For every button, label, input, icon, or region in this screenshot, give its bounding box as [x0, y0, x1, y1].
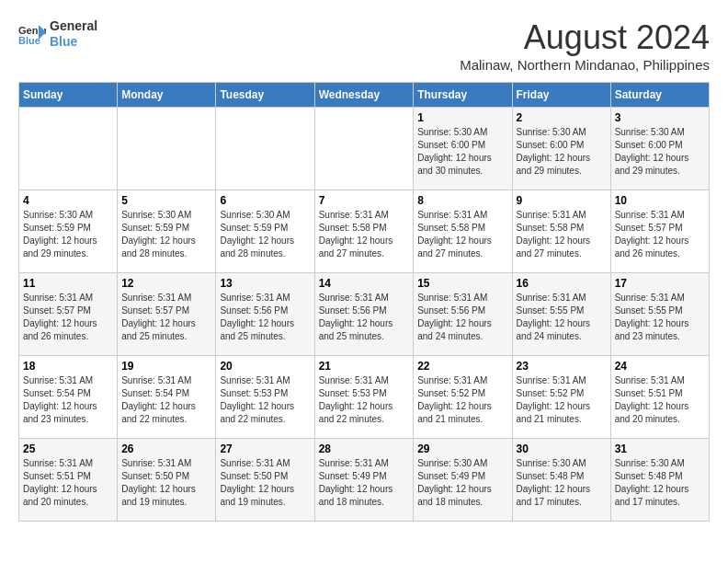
day-info: Sunrise: 5:31 AMSunset: 5:56 PMDaylight:…	[319, 292, 410, 343]
day-info: Sunrise: 5:31 AMSunset: 5:50 PMDaylight:…	[220, 457, 310, 509]
day-number: 10	[615, 194, 705, 207]
day-number: 30	[517, 442, 607, 455]
day-info: Sunrise: 5:30 AMSunset: 6:00 PMDaylight:…	[417, 126, 507, 178]
title-block: August 2024 Malinaw, Northern Mindanao, …	[460, 18, 710, 73]
day-cell: 30Sunrise: 5:30 AMSunset: 5:48 PMDayligh…	[512, 439, 610, 522]
day-number: 5	[121, 194, 211, 207]
day-info: Sunrise: 5:30 AMSunset: 5:48 PMDaylight:…	[615, 457, 705, 509]
day-info: Sunrise: 5:31 AMSunset: 5:51 PMDaylight:…	[615, 374, 705, 426]
calendar-table: SundayMondayTuesdayWednesdayThursdayFrid…	[18, 82, 710, 522]
day-info: Sunrise: 5:31 AMSunset: 5:57 PMDaylight:…	[23, 292, 113, 343]
day-info: Sunrise: 5:31 AMSunset: 5:54 PMDaylight:…	[121, 374, 211, 426]
day-number: 26	[121, 442, 211, 455]
day-cell: 7Sunrise: 5:31 AMSunset: 5:58 PMDaylight…	[314, 190, 414, 273]
day-number: 4	[23, 194, 113, 207]
day-cell: 17Sunrise: 5:31 AMSunset: 5:55 PMDayligh…	[610, 273, 709, 356]
day-cell: 15Sunrise: 5:31 AMSunset: 5:56 PMDayligh…	[414, 273, 512, 356]
day-number: 9	[517, 194, 607, 207]
day-cell: 31Sunrise: 5:30 AMSunset: 5:48 PMDayligh…	[610, 439, 709, 522]
header-cell-wednesday: Wednesday	[314, 83, 414, 108]
svg-text:Blue: Blue	[18, 35, 40, 45]
day-cell: 5Sunrise: 5:30 AMSunset: 5:59 PMDaylight…	[118, 190, 216, 273]
day-number: 13	[220, 277, 310, 290]
day-cell: 23Sunrise: 5:31 AMSunset: 5:52 PMDayligh…	[512, 356, 610, 439]
day-number: 8	[417, 194, 507, 207]
day-cell: 6Sunrise: 5:30 AMSunset: 5:59 PMDaylight…	[216, 190, 314, 273]
day-info: Sunrise: 5:31 AMSunset: 5:56 PMDaylight:…	[220, 292, 310, 343]
day-number: 7	[319, 194, 410, 207]
day-number: 15	[417, 277, 507, 290]
header-cell-thursday: Thursday	[414, 83, 512, 108]
header-cell-saturday: Saturday	[610, 83, 709, 108]
day-number: 25	[23, 442, 113, 455]
day-number: 24	[615, 360, 705, 373]
day-cell: 11Sunrise: 5:31 AMSunset: 5:57 PMDayligh…	[19, 273, 118, 356]
day-number: 23	[517, 360, 607, 373]
day-number: 28	[319, 442, 410, 455]
day-info: Sunrise: 5:31 AMSunset: 5:55 PMDaylight:…	[615, 292, 705, 343]
logo-line1: General	[50, 18, 97, 34]
header-cell-sunday: Sunday	[19, 83, 118, 108]
logo-icon: General Blue	[18, 23, 46, 45]
day-cell: 10Sunrise: 5:31 AMSunset: 5:57 PMDayligh…	[610, 190, 709, 273]
week-row-5: 25Sunrise: 5:31 AMSunset: 5:51 PMDayligh…	[19, 439, 710, 522]
day-number: 12	[121, 277, 211, 290]
day-info: Sunrise: 5:31 AMSunset: 5:57 PMDaylight:…	[121, 292, 211, 343]
week-row-3: 11Sunrise: 5:31 AMSunset: 5:57 PMDayligh…	[19, 273, 710, 356]
day-info: Sunrise: 5:30 AMSunset: 5:59 PMDaylight:…	[23, 209, 113, 260]
day-cell: 26Sunrise: 5:31 AMSunset: 5:50 PMDayligh…	[118, 439, 216, 522]
day-number: 18	[23, 360, 113, 373]
day-info: Sunrise: 5:31 AMSunset: 5:58 PMDaylight:…	[517, 209, 607, 260]
day-info: Sunrise: 5:30 AMSunset: 5:49 PMDaylight:…	[417, 457, 507, 509]
day-cell: 19Sunrise: 5:31 AMSunset: 5:54 PMDayligh…	[118, 356, 216, 439]
day-cell: 21Sunrise: 5:31 AMSunset: 5:53 PMDayligh…	[314, 356, 414, 439]
day-info: Sunrise: 5:30 AMSunset: 6:00 PMDaylight:…	[615, 126, 705, 178]
day-cell: 28Sunrise: 5:31 AMSunset: 5:49 PMDayligh…	[314, 439, 414, 522]
day-cell: 25Sunrise: 5:31 AMSunset: 5:51 PMDayligh…	[19, 439, 118, 522]
day-info: Sunrise: 5:31 AMSunset: 5:49 PMDaylight:…	[319, 457, 410, 509]
day-cell: 16Sunrise: 5:31 AMSunset: 5:55 PMDayligh…	[512, 273, 610, 356]
header-cell-friday: Friday	[512, 83, 610, 108]
location: Malinaw, Northern Mindanao, Philippines	[460, 57, 710, 73]
day-info: Sunrise: 5:31 AMSunset: 5:54 PMDaylight:…	[23, 374, 113, 426]
header-cell-monday: Monday	[118, 83, 216, 108]
day-cell: 9Sunrise: 5:31 AMSunset: 5:58 PMDaylight…	[512, 190, 610, 273]
day-number: 19	[121, 360, 211, 373]
day-number: 20	[220, 360, 310, 373]
day-cell	[118, 108, 216, 190]
day-info: Sunrise: 5:30 AMSunset: 5:48 PMDaylight:…	[517, 457, 607, 509]
day-number: 21	[319, 360, 410, 373]
day-info: Sunrise: 5:31 AMSunset: 5:52 PMDaylight:…	[517, 374, 607, 426]
week-row-1: 1Sunrise: 5:30 AMSunset: 6:00 PMDaylight…	[19, 108, 710, 190]
day-info: Sunrise: 5:31 AMSunset: 5:50 PMDaylight:…	[121, 457, 211, 509]
day-cell: 22Sunrise: 5:31 AMSunset: 5:52 PMDayligh…	[414, 356, 512, 439]
day-number: 1	[417, 111, 507, 124]
day-number: 16	[517, 277, 607, 290]
day-info: Sunrise: 5:31 AMSunset: 5:51 PMDaylight:…	[23, 457, 113, 509]
day-cell: 8Sunrise: 5:31 AMSunset: 5:58 PMDaylight…	[414, 190, 512, 273]
day-cell: 18Sunrise: 5:31 AMSunset: 5:54 PMDayligh…	[19, 356, 118, 439]
day-number: 31	[615, 442, 705, 455]
day-info: Sunrise: 5:31 AMSunset: 5:58 PMDaylight:…	[417, 209, 507, 260]
day-number: 27	[220, 442, 310, 455]
day-cell: 29Sunrise: 5:30 AMSunset: 5:49 PMDayligh…	[414, 439, 512, 522]
day-cell: 14Sunrise: 5:31 AMSunset: 5:56 PMDayligh…	[314, 273, 414, 356]
day-cell: 27Sunrise: 5:31 AMSunset: 5:50 PMDayligh…	[216, 439, 314, 522]
month-year: August 2024	[460, 18, 710, 57]
day-cell: 13Sunrise: 5:31 AMSunset: 5:56 PMDayligh…	[216, 273, 314, 356]
day-info: Sunrise: 5:30 AMSunset: 5:59 PMDaylight:…	[220, 209, 310, 260]
day-cell: 2Sunrise: 5:30 AMSunset: 6:00 PMDaylight…	[512, 108, 610, 190]
logo-line2: Blue	[50, 34, 97, 50]
day-info: Sunrise: 5:31 AMSunset: 5:53 PMDaylight:…	[319, 374, 410, 426]
day-cell: 24Sunrise: 5:31 AMSunset: 5:51 PMDayligh…	[610, 356, 709, 439]
day-info: Sunrise: 5:31 AMSunset: 5:55 PMDaylight:…	[517, 292, 607, 343]
day-info: Sunrise: 5:30 AMSunset: 6:00 PMDaylight:…	[517, 126, 607, 178]
day-cell: 3Sunrise: 5:30 AMSunset: 6:00 PMDaylight…	[610, 108, 709, 190]
day-info: Sunrise: 5:31 AMSunset: 5:52 PMDaylight:…	[417, 374, 507, 426]
day-number: 3	[615, 111, 705, 124]
day-info: Sunrise: 5:31 AMSunset: 5:57 PMDaylight:…	[615, 209, 705, 260]
day-cell: 1Sunrise: 5:30 AMSunset: 6:00 PMDaylight…	[414, 108, 512, 190]
day-number: 6	[220, 194, 310, 207]
day-cell	[19, 108, 118, 190]
day-info: Sunrise: 5:31 AMSunset: 5:56 PMDaylight:…	[417, 292, 507, 343]
